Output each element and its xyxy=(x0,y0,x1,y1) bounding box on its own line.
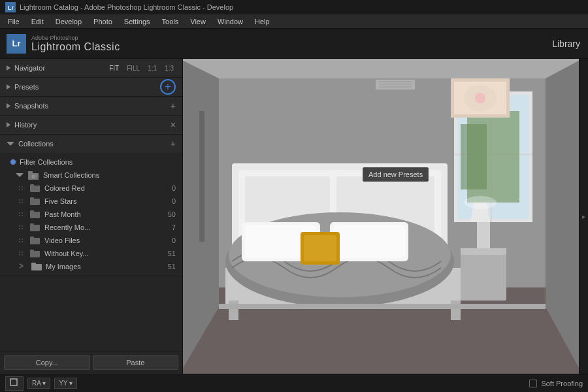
crop-icon xyxy=(10,378,19,389)
collections-section: Collections + Filter Collections xyxy=(0,135,182,276)
snapshots-title: Snapshots xyxy=(14,102,48,110)
crop-tool-button[interactable] xyxy=(5,376,24,391)
menu-view[interactable]: View xyxy=(185,16,211,27)
smart-collection-icon xyxy=(30,237,41,244)
app-header-right: Library xyxy=(183,29,588,58)
add-snapshot-button[interactable]: + xyxy=(171,101,176,110)
smart-collections-header[interactable]: ⚙ Smart Collections xyxy=(0,169,182,182)
smart-collections-group: ⚙ Smart Collections xyxy=(0,169,182,260)
history-section: History × xyxy=(0,116,182,135)
panel-body[interactable]: Navigator FIT FILL 1:1 1:3 Presets xyxy=(0,59,182,351)
navigator-options: FIT FILL 1:1 1:3 xyxy=(107,64,176,73)
navigator-header-left: Navigator xyxy=(7,64,45,72)
svg-rect-15 xyxy=(30,197,34,199)
paste-button[interactable]: Paste xyxy=(93,355,179,370)
tooltip-text: Add new Presets xyxy=(368,171,423,178)
presets-header[interactable]: Presets + xyxy=(0,78,182,96)
collection-item-recently-modified[interactable]: Recently Mo... 7 xyxy=(0,221,182,234)
collection-item-colored-red[interactable]: Colored Red 0 xyxy=(0,182,182,195)
svg-point-11 xyxy=(22,199,23,201)
copy-button[interactable]: Copy... xyxy=(4,355,90,370)
nav-1-1[interactable]: 1:1 xyxy=(146,64,159,73)
history-header[interactable]: History × xyxy=(0,116,182,134)
right-panel-collapse[interactable]: ▸ xyxy=(579,59,588,374)
history-header-left: History xyxy=(7,121,37,129)
smart-collection-icon xyxy=(30,197,41,205)
my-images-row[interactable]: My Images 51 xyxy=(0,260,182,273)
presets-header-left: Presets xyxy=(7,83,39,91)
drag-handle-colored-red xyxy=(18,184,26,193)
close-history-button[interactable]: × xyxy=(171,120,176,129)
past-month-name: Past Month xyxy=(44,210,81,218)
filter-dot xyxy=(10,159,16,165)
collection-item-video-files[interactable]: Video Files 0 xyxy=(0,234,182,247)
module-label[interactable]: Library xyxy=(552,39,580,49)
nav-1-3[interactable]: 1:3 xyxy=(163,64,176,73)
menu-bar: File Edit Develop Photo Settings Tools V… xyxy=(0,14,588,29)
right-collapse-icon: ▸ xyxy=(582,213,585,220)
drag-handle-without-keywords xyxy=(18,249,26,258)
add-presets-tooltip: Add new Presets xyxy=(363,167,429,182)
svg-text:⚙: ⚙ xyxy=(31,174,35,179)
nav-fit[interactable]: FIT xyxy=(107,64,121,73)
svg-rect-20 xyxy=(30,212,40,218)
menu-window[interactable]: Window xyxy=(212,16,248,27)
my-images-count: 51 xyxy=(168,263,176,270)
collection-item-left: Video Files xyxy=(18,236,80,245)
collections-content: Filter Collections ⚙ xyxy=(0,153,182,276)
yy-tool-button[interactable]: YY ▾ xyxy=(54,378,77,389)
menu-tools[interactable]: Tools xyxy=(157,16,184,27)
add-presets-button[interactable]: + xyxy=(160,79,176,95)
menu-edit[interactable]: Edit xyxy=(26,16,49,27)
without-keywords-count: 51 xyxy=(168,250,176,257)
menu-file[interactable]: File xyxy=(3,16,25,27)
navigator-section: Navigator FIT FILL 1:1 1:3 xyxy=(0,59,182,78)
svg-rect-77 xyxy=(461,248,506,301)
svg-point-28 xyxy=(19,238,20,240)
menu-help[interactable]: Help xyxy=(250,16,275,27)
svg-rect-74 xyxy=(333,225,405,258)
svg-point-4 xyxy=(19,186,20,188)
svg-point-29 xyxy=(22,238,23,240)
menu-settings[interactable]: Settings xyxy=(119,16,155,27)
filter-collections-label: Filter Collections xyxy=(20,158,73,166)
svg-rect-88 xyxy=(10,379,17,385)
video-files-count: 0 xyxy=(172,237,176,244)
svg-point-23 xyxy=(22,225,23,227)
menu-develop[interactable]: Develop xyxy=(50,16,87,27)
main-layout: Navigator FIT FILL 1:1 1:3 Presets xyxy=(0,59,588,374)
collection-item-past-month[interactable]: Past Month 50 xyxy=(0,208,182,221)
ra-tool-button[interactable]: RA ▾ xyxy=(27,378,50,389)
svg-rect-33 xyxy=(30,237,34,238)
app-icon: Lr xyxy=(5,2,16,12)
navigator-header[interactable]: Navigator FIT FILL 1:1 1:3 xyxy=(0,59,182,77)
nav-fill[interactable]: FILL xyxy=(125,64,142,73)
drag-handle-recently-modified xyxy=(18,223,26,232)
panel-bottom-buttons: Copy... Paste xyxy=(0,351,182,374)
add-collection-button[interactable]: + xyxy=(171,139,176,148)
ra-text: RA ▾ xyxy=(32,380,46,387)
snapshots-header[interactable]: Snapshots + xyxy=(0,97,182,115)
collection-item-five-stars[interactable]: Five Stars 0 xyxy=(0,195,182,208)
smart-folder-icon: ⚙ xyxy=(27,171,39,180)
svg-rect-9 xyxy=(30,184,34,186)
svg-rect-40 xyxy=(31,264,42,270)
svg-point-31 xyxy=(22,241,23,242)
my-images-left: My Images xyxy=(10,262,81,271)
svg-point-81 xyxy=(464,196,497,209)
recently-modified-name: Recently Mo... xyxy=(44,223,90,231)
collection-item-without-keywords[interactable]: Without Key... 51 xyxy=(0,247,182,260)
soft-proofing-checkbox[interactable] xyxy=(529,380,537,387)
svg-point-85 xyxy=(475,93,485,103)
svg-rect-26 xyxy=(30,225,40,231)
svg-rect-86 xyxy=(219,304,546,309)
filter-collections-row[interactable]: Filter Collections xyxy=(0,155,182,169)
svg-rect-57 xyxy=(461,124,487,189)
svg-point-24 xyxy=(19,228,20,229)
lr-logo: Lr xyxy=(7,34,26,54)
collections-header-left: Collections xyxy=(7,140,54,148)
collections-header[interactable]: Collections + xyxy=(0,135,182,153)
svg-point-7 xyxy=(22,189,23,190)
svg-point-36 xyxy=(19,254,20,255)
menu-photo[interactable]: Photo xyxy=(88,16,118,27)
